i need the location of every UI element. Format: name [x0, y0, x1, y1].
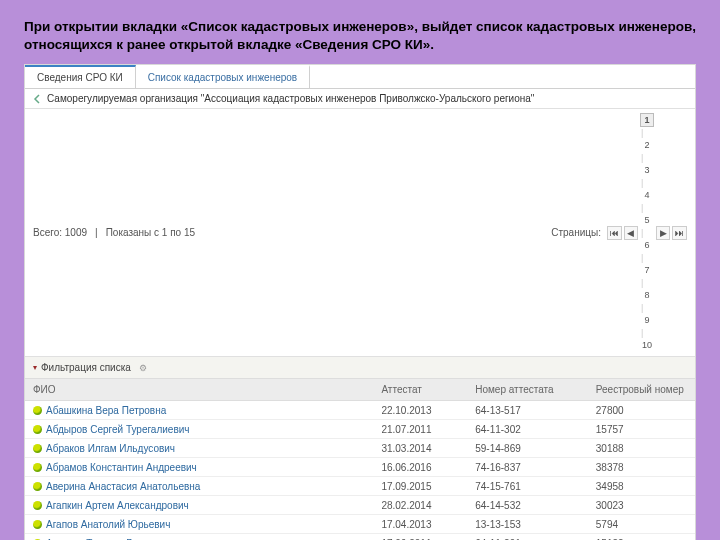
pager-next-icon[interactable]: ▶ [656, 226, 670, 240]
total-count: Всего: 1009 [33, 227, 87, 238]
cell-fio[interactable]: Агапкин Артем Александрович [25, 496, 373, 515]
page-separator: | [640, 178, 644, 188]
pager-prev-icon[interactable]: ◀ [624, 226, 638, 240]
cell-reg: 30188 [588, 439, 695, 458]
cell-date: 17.09.2015 [373, 477, 467, 496]
cell-date: 31.03.2014 [373, 439, 467, 458]
shown-range: Показаны с 1 по 15 [106, 227, 195, 238]
cell-fio[interactable]: Аверина Анастасия Анатольевна [25, 477, 373, 496]
cell-cert: 64-14-532 [467, 496, 588, 515]
cell-date: 16.06.2016 [373, 458, 467, 477]
cell-reg: 15122 [588, 534, 695, 540]
person-icon [33, 406, 42, 415]
count-bar: Всего: 1009 | Показаны с 1 по 15 Страниц… [25, 109, 695, 357]
cell-fio[interactable]: Абраков Илгам Ильдусович [25, 439, 373, 458]
page-separator: | [640, 278, 644, 288]
tab-engineers-list[interactable]: Список кадастровых инженеров [136, 65, 310, 88]
filter-label: Фильтрация списка [41, 362, 131, 373]
cell-date: 22.10.2013 [373, 401, 467, 420]
cell-cert: 64-11-291 [467, 534, 588, 540]
pager-last-icon[interactable]: ⏭ [672, 226, 687, 240]
page-separator: | [640, 153, 644, 163]
page-number[interactable]: 1 [640, 113, 654, 127]
cell-date: 17.06.2011 [373, 534, 467, 540]
cell-cert: 64-13-517 [467, 401, 588, 420]
back-icon[interactable] [33, 94, 43, 104]
pages-label: Страницы: [551, 227, 601, 238]
page-separator: | [640, 303, 644, 313]
cell-reg: 5794 [588, 515, 695, 534]
table-row[interactable]: Агапкин Артем Александрович28.02.201464-… [25, 496, 695, 515]
page-number[interactable]: 4 [640, 188, 654, 202]
page-number[interactable]: 3 [640, 163, 654, 177]
person-icon [33, 425, 42, 434]
pager-first-icon[interactable]: ⏮ [607, 226, 622, 240]
cell-fio[interactable]: Агапова Татьяна Владимировна [25, 534, 373, 540]
gear-icon[interactable]: ⚙ [139, 363, 147, 373]
table-row[interactable]: Абашкина Вера Петровна22.10.201364-13-51… [25, 401, 695, 420]
page-number[interactable]: 2 [640, 138, 654, 152]
cell-reg: 30023 [588, 496, 695, 515]
cell-reg: 27800 [588, 401, 695, 420]
cell-reg: 34958 [588, 477, 695, 496]
table-row[interactable]: Абдыров Сергей Турегалиевич21.07.201164-… [25, 420, 695, 439]
table-row[interactable]: Абраков Илгам Ильдусович31.03.201459-14-… [25, 439, 695, 458]
page-separator: | [640, 328, 644, 338]
tab-sro-info[interactable]: Сведения СРО КИ [25, 65, 136, 88]
page-number[interactable]: 10 [640, 338, 654, 352]
app-window: Сведения СРО КИ Список кадастровых инжен… [24, 64, 696, 540]
table-row[interactable]: Аверина Анастасия Анатольевна17.09.20157… [25, 477, 695, 496]
col-header-fio[interactable]: ФИО [25, 379, 373, 401]
page-number[interactable]: 6 [640, 238, 654, 252]
page-number[interactable]: 9 [640, 313, 654, 327]
page-separator: | [640, 253, 644, 263]
cell-fio[interactable]: Абашкина Вера Петровна [25, 401, 373, 420]
col-header-cert-no[interactable]: Номер аттестата [467, 379, 588, 401]
page-number[interactable]: 5 [640, 213, 654, 227]
table-row[interactable]: Агапова Татьяна Владимировна17.06.201164… [25, 534, 695, 540]
page-number[interactable]: 8 [640, 288, 654, 302]
page-separator: | [640, 228, 644, 238]
page-separator: | [640, 203, 644, 213]
page-number[interactable]: 7 [640, 263, 654, 277]
page-separator: | [640, 128, 644, 138]
person-icon [33, 501, 42, 510]
cell-cert: 74-15-761 [467, 477, 588, 496]
person-icon [33, 463, 42, 472]
cell-date: 17.04.2013 [373, 515, 467, 534]
cell-fio[interactable]: Абдыров Сергей Турегалиевич [25, 420, 373, 439]
cell-date: 28.02.2014 [373, 496, 467, 515]
person-icon [33, 444, 42, 453]
cell-cert: 74-16-837 [467, 458, 588, 477]
engineers-table: ФИО Аттестат Номер аттестата Реестровый … [25, 379, 695, 540]
person-icon [33, 520, 42, 529]
col-header-reg-no[interactable]: Реестровый номер [588, 379, 695, 401]
table-row[interactable]: Агапов Анатолий Юрьевич17.04.201313-13-1… [25, 515, 695, 534]
cell-reg: 38378 [588, 458, 695, 477]
intro-text: При открытии вкладки «Список кадастровых… [24, 18, 696, 54]
cell-cert: 59-14-869 [467, 439, 588, 458]
org-bar: Саморегулируемая организация "Ассоциация… [25, 89, 695, 109]
cell-cert: 13-13-153 [467, 515, 588, 534]
person-icon [33, 482, 42, 491]
cell-fio[interactable]: Агапов Анатолий Юрьевич [25, 515, 373, 534]
col-header-attestat[interactable]: Аттестат [373, 379, 467, 401]
cell-fio[interactable]: Абрамов Константин Андреевич [25, 458, 373, 477]
table-row[interactable]: Абрамов Константин Андреевич16.06.201674… [25, 458, 695, 477]
filter-collapse-icon[interactable]: ▾ [33, 363, 37, 372]
tab-bar: Сведения СРО КИ Список кадастровых инжен… [25, 65, 695, 89]
cell-date: 21.07.2011 [373, 420, 467, 439]
pagination: Страницы: ⏮ ◀ 1|2|3|4|5|6|7|8|9|10 ▶ ⏭ [551, 113, 687, 352]
filter-bar[interactable]: ▾ Фильтрация списка ⚙ [25, 357, 695, 379]
org-name: Саморегулируемая организация "Ассоциация… [47, 93, 534, 104]
cell-reg: 15757 [588, 420, 695, 439]
cell-cert: 64-11-302 [467, 420, 588, 439]
